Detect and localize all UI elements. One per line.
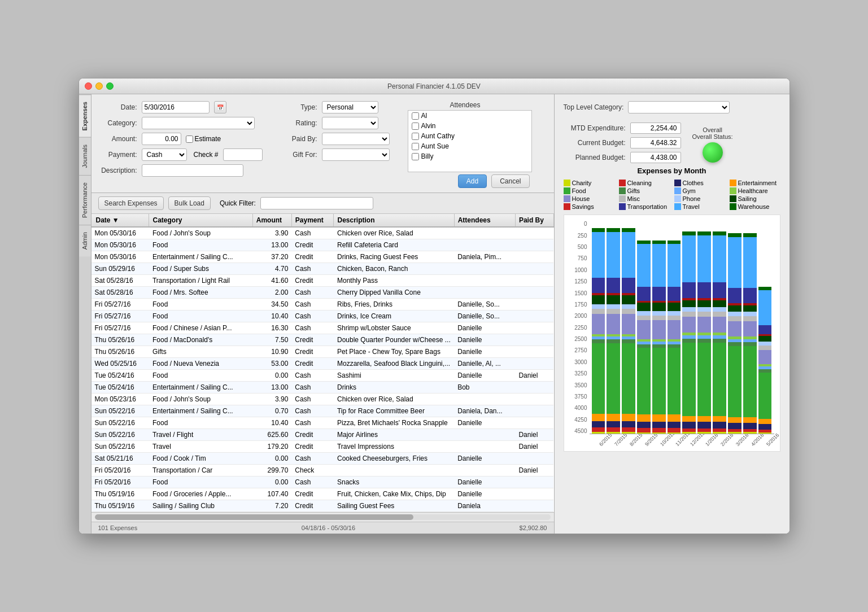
horizontal-scrollbar[interactable] (91, 512, 554, 522)
bar-segment (622, 278, 635, 293)
bar-segment (637, 303, 651, 311)
bar-segment (758, 350, 772, 364)
y-axis-label: 0 (584, 221, 587, 227)
table-row[interactable]: Sun 05/22/16Travel / Flight625.60CreditM… (91, 429, 554, 441)
paidby-select[interactable] (322, 133, 390, 145)
legend-item-phone: Phone (674, 195, 725, 202)
attendee-billy-checkbox[interactable] (412, 153, 419, 160)
sidebar-tab-performance[interactable]: Performance (79, 175, 91, 225)
bar-stack (652, 241, 666, 434)
table-row[interactable]: Fri 05/27/16Food10.40CashDrinks, Ice Cre… (91, 311, 554, 322)
cell-amount: 2.00 (252, 287, 291, 299)
estimate-label: Estimate (186, 135, 221, 143)
type-select[interactable]: Personal Business (322, 101, 378, 113)
table-row[interactable]: Thu 05/26/16Gifts10.90CreditPet Place - … (91, 346, 554, 358)
attendee-al-checkbox[interactable] (412, 112, 419, 120)
bar-segment (728, 342, 741, 346)
table-row[interactable]: Mon 05/30/16Food / John's Soup3.90CashCh… (91, 227, 554, 239)
table-row[interactable]: Sat 05/28/16Transportation / Light Rail4… (91, 275, 554, 287)
col-category[interactable]: Category (149, 214, 252, 227)
y-axis-label: 3250 (574, 370, 587, 377)
table-row[interactable]: Sun 05/22/16Entertainment / Sailing C...… (91, 405, 554, 417)
y-axis-label: 1500 (574, 290, 587, 296)
bar-segment (622, 414, 635, 421)
cell-date: Tue 05/24/16 (91, 370, 149, 382)
legend-color (564, 180, 570, 186)
cell-amount: 10.90 (252, 346, 291, 358)
top-level-select[interactable] (628, 101, 730, 113)
bar-segment (713, 282, 726, 298)
col-date[interactable]: Date ▼ (91, 214, 149, 227)
cell-attendees (454, 394, 515, 405)
amount-input[interactable] (142, 133, 181, 145)
minimize-button[interactable] (95, 82, 103, 90)
table-row[interactable]: Sun 05/22/16Food10.40CashPizza, Bret Mic… (91, 417, 554, 429)
attendee-auntcathy-checkbox[interactable] (412, 133, 419, 140)
cell-description: Mozzarella, Seafood Black Linguini,... (334, 358, 454, 370)
table-row[interactable]: Sat 05/28/16Food / Mrs. Softee2.00CashCh… (91, 287, 554, 299)
search-expenses-button[interactable]: Search Expenses (98, 196, 164, 210)
legend-item-cleaning: Cleaning (619, 180, 670, 186)
col-paidby[interactable]: Paid By (515, 214, 553, 227)
bulk-load-button[interactable]: Bulk Load (168, 196, 211, 210)
add-button[interactable]: Add (458, 174, 487, 188)
description-input[interactable] (142, 164, 243, 177)
type-label: Type: (281, 103, 317, 111)
y-axis-label: 1000 (574, 267, 587, 273)
col-description[interactable]: Description (334, 214, 454, 227)
x-axis-line (590, 434, 774, 434)
sidebar-tab-admin[interactable]: Admin (79, 225, 91, 256)
sidebar-tab-expenses[interactable]: Expenses (79, 94, 91, 137)
checknum-input[interactable] (223, 148, 263, 161)
cell-category: Entertainment / Sailing C... (149, 382, 252, 394)
table-row[interactable]: Mon 05/30/16Food13.00CreditRefill Cafete… (91, 239, 554, 251)
table-row[interactable]: Mon 05/30/16Entertainment / Sailing C...… (91, 251, 554, 263)
legend-item-house: House (564, 195, 614, 202)
table-row[interactable]: Wed 05/25/16Food / Nueva Venezia53.00Cre… (91, 358, 554, 370)
table-row[interactable]: Sun 05/29/16Food / Super Subs4.70CashChi… (91, 263, 554, 275)
table-row[interactable]: Tue 05/24/16Entertainment / Sailing C...… (91, 382, 554, 394)
cell-attendees: Daniela, Pim... (454, 251, 515, 263)
bar-stack (758, 287, 772, 434)
date-input[interactable] (142, 101, 210, 113)
table-row[interactable]: Thu 05/19/16Sailing / Sailing Club7.20Cr… (91, 500, 554, 512)
legend-color (674, 180, 681, 186)
zoom-button[interactable] (106, 82, 114, 90)
calendar-button[interactable]: 📅 (214, 101, 226, 113)
table-row[interactable]: Sat 05/21/16Food / Cook / Tim0.00CashCoo… (91, 453, 554, 465)
table-row[interactable]: Fri 05/27/16Food34.50CashRibs, Fries, Dr… (91, 299, 554, 311)
rating-select[interactable] (322, 117, 378, 129)
cell-category: Gifts (149, 346, 252, 358)
table-row[interactable]: Fri 05/20/16Food0.00CashSnacksDanielle (91, 477, 554, 488)
payment-select[interactable]: Cash Credit Check (142, 148, 187, 161)
close-button[interactable] (85, 82, 92, 90)
cancel-button[interactable]: Cancel (491, 174, 529, 188)
category-select[interactable] (142, 117, 255, 129)
legend-item-clothes: Clothes (674, 180, 725, 186)
col-attendees[interactable]: Attendees (454, 214, 515, 227)
col-payment[interactable]: Payment (291, 214, 334, 227)
table-row[interactable]: Thu 05/19/16Food / Groceries / Apple...1… (91, 488, 554, 500)
table-row[interactable]: Fri 05/20/16Transportation / Car299.70Ch… (91, 465, 554, 477)
col-amount[interactable]: Amount (252, 214, 291, 227)
top-level-row: Top Level Category: (564, 101, 780, 113)
quick-filter-input[interactable] (260, 197, 373, 209)
cell-attendees: Danielle, So... (454, 311, 515, 322)
giftfor-select[interactable] (322, 148, 390, 161)
table-row[interactable]: Fri 05/27/16Food / Chinese / Asian P...1… (91, 322, 554, 334)
attendee-alvin-checkbox[interactable] (412, 123, 419, 130)
attendee-auntsue-checkbox[interactable] (412, 143, 419, 150)
cell-date: Sat 05/21/16 (91, 453, 149, 465)
table-row[interactable]: Mon 05/23/16Food / John's Soup3.90CashCh… (91, 394, 554, 405)
cell-date: Thu 05/26/16 (91, 346, 149, 358)
bar-segment (697, 312, 711, 317)
table-row[interactable]: Tue 05/24/16Food0.00CashSashimiDanielleD… (91, 370, 554, 382)
sidebar-tab-journals[interactable]: Journals (79, 137, 91, 175)
table-row[interactable]: Sun 05/22/16Travel179.20CreditTravel Imp… (91, 441, 554, 453)
expenses-table-container: Date ▼ Category Amount Payment Descripti… (91, 214, 554, 512)
table-row[interactable]: Thu 05/26/16Food / MacDonald's7.50Credit… (91, 334, 554, 346)
cell-date: Thu 05/19/16 (91, 488, 149, 500)
bar-segment (652, 311, 666, 316)
estimate-checkbox[interactable] (186, 135, 193, 143)
bar-segment (758, 325, 772, 334)
